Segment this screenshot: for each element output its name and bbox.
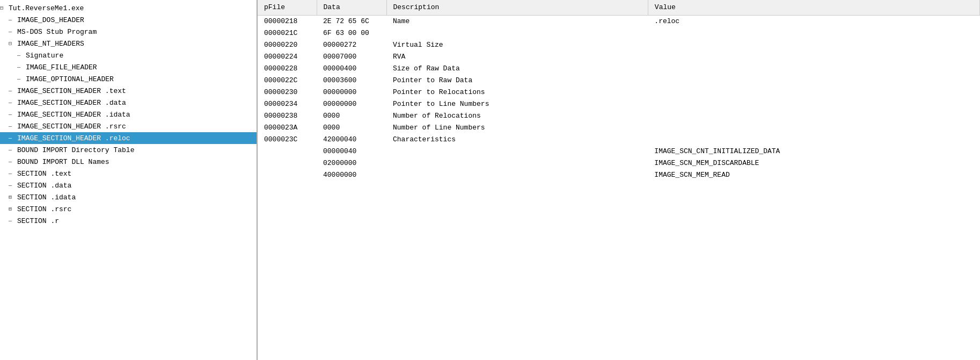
tree-expander: — bbox=[9, 100, 17, 106]
table-row[interactable]: 0000021C6F 63 00 00 bbox=[258, 27, 980, 39]
tree-item-section-text2[interactable]: —SECTION .text bbox=[0, 168, 257, 179]
tree-expander[interactable]: ⊟ bbox=[0, 5, 9, 11]
cell-pfile: 00000238 bbox=[258, 110, 317, 121]
tree-item-signature[interactable]: —Signature bbox=[0, 49, 257, 61]
tree-item-section-idata2[interactable]: ⊞SECTION .idata bbox=[0, 191, 257, 203]
table-row[interactable]: 0000023A0000Number of Line Numbers bbox=[258, 121, 980, 133]
cell-data: 00000040 bbox=[317, 145, 386, 157]
cell-pfile: 0000023C bbox=[258, 133, 317, 145]
tree-item-optional-header[interactable]: —IMAGE_OPTIONAL_HEADER bbox=[0, 73, 257, 85]
tree-item-section-rsrc2[interactable]: ⊞SECTION .rsrc bbox=[0, 203, 257, 215]
tree-item-bound-import-dir[interactable]: —BOUND IMPORT Directory Table bbox=[0, 144, 257, 156]
cell-data: 0000 bbox=[317, 121, 386, 133]
table-header-value: Value bbox=[648, 0, 979, 15]
table-row[interactable]: 0000022000000272Virtual Size bbox=[258, 39, 980, 51]
cell-description: Size of Raw Data bbox=[386, 62, 648, 74]
cell-value bbox=[648, 51, 979, 62]
cell-pfile: 00000234 bbox=[258, 98, 317, 110]
cell-value bbox=[648, 98, 979, 110]
tree-expander: — bbox=[9, 29, 17, 35]
cell-pfile: 00000224 bbox=[258, 51, 317, 62]
tree-item-dos-header[interactable]: —IMAGE_DOS_HEADER bbox=[0, 14, 257, 26]
table-row[interactable]: 0000023400000000Pointer to Line Numbers bbox=[258, 98, 980, 110]
tree-expander: — bbox=[9, 135, 17, 141]
cell-pfile bbox=[258, 145, 317, 157]
cell-pfile: 00000220 bbox=[258, 39, 317, 51]
tree-expander: — bbox=[9, 159, 17, 165]
cell-data: 00000000 bbox=[317, 86, 386, 98]
tree-item-label: MS-DOS Stub Program bbox=[17, 28, 254, 36]
tree-item-label: SECTION .idata bbox=[17, 193, 254, 201]
tree-item-msdos-stub[interactable]: —MS-DOS Stub Program bbox=[0, 26, 257, 38]
tree-item-section-idata[interactable]: —IMAGE_SECTION_HEADER .idata bbox=[0, 109, 257, 120]
cell-data: 6F 63 00 00 bbox=[317, 27, 386, 39]
tree-item-root[interactable]: ⊟Tut.ReverseMe1.exe bbox=[0, 2, 257, 14]
table-header-data: Data bbox=[317, 0, 386, 15]
cell-value bbox=[648, 39, 979, 51]
tree-expander: — bbox=[9, 88, 17, 94]
tree-item-label: BOUND IMPORT Directory Table bbox=[17, 146, 254, 154]
tree-expander: — bbox=[9, 124, 17, 129]
cell-value bbox=[648, 133, 979, 145]
cell-value: .reloc bbox=[648, 15, 979, 27]
table-row[interactable]: 000002380000Number of Relocations bbox=[258, 110, 980, 121]
tree-item-file-header[interactable]: —IMAGE_FILE_HEADER bbox=[0, 61, 257, 73]
cell-pfile: 0000021C bbox=[258, 27, 317, 39]
cell-pfile bbox=[258, 169, 317, 181]
tree-item-bound-import-dll[interactable]: —BOUND IMPORT DLL Names bbox=[0, 156, 257, 168]
cell-pfile: 0000022C bbox=[258, 74, 317, 86]
table-header-pfile: pFile bbox=[258, 0, 317, 15]
cell-description: Characteristics bbox=[386, 133, 648, 145]
tree-item-section-reloc2[interactable]: —SECTION .r bbox=[0, 215, 257, 227]
tree-expander[interactable]: ⊞ bbox=[9, 206, 17, 212]
table-row[interactable]: 0000022800000400Size of Raw Data bbox=[258, 62, 980, 74]
cell-pfile: 0000023A bbox=[258, 121, 317, 133]
tree-item-label: IMAGE_NT_HEADERS bbox=[17, 40, 254, 48]
tree-item-label: Tut.ReverseMe1.exe bbox=[9, 4, 254, 12]
cell-data: 42000040 bbox=[317, 133, 386, 145]
tree-item-section-text[interactable]: —IMAGE_SECTION_HEADER .text bbox=[0, 85, 257, 97]
tree-item-section-data[interactable]: —IMAGE_SECTION_HEADER .data bbox=[0, 97, 257, 109]
tree-expander: — bbox=[9, 218, 17, 224]
tree-expander[interactable]: ⊟ bbox=[9, 40, 17, 47]
cell-data: 02000000 bbox=[317, 157, 386, 169]
tree-item-label: IMAGE_SECTION_HEADER .idata bbox=[17, 111, 254, 119]
cell-value: IMAGE_SCN_MEM_DISCARDABLE bbox=[648, 157, 979, 169]
tree-item-section-reloc[interactable]: —IMAGE_SECTION_HEADER .reloc bbox=[0, 132, 257, 144]
tree-expander: — bbox=[9, 112, 17, 118]
cell-value: IMAGE_SCN_CNT_INITIALIZED_DATA bbox=[648, 145, 979, 157]
table-row[interactable]: 00000040IMAGE_SCN_CNT_INITIALIZED_DATA bbox=[258, 145, 980, 157]
cell-data: 00007000 bbox=[317, 51, 386, 62]
table-row[interactable]: 40000000IMAGE_SCN_MEM_READ bbox=[258, 169, 980, 181]
cell-data: 2E 72 65 6C bbox=[317, 15, 386, 27]
cell-description: Virtual Size bbox=[386, 39, 648, 51]
cell-data: 00000000 bbox=[317, 98, 386, 110]
cell-pfile: 00000218 bbox=[258, 15, 317, 27]
tree-item-label: IMAGE_SECTION_HEADER .data bbox=[17, 99, 254, 107]
tree-item-section-data2[interactable]: —SECTION .data bbox=[0, 179, 257, 191]
tree-item-label: Signature bbox=[26, 52, 254, 60]
cell-description: Pointer to Relocations bbox=[386, 86, 648, 98]
cell-value bbox=[648, 62, 979, 74]
table-row[interactable]: 0000023000000000Pointer to Relocations bbox=[258, 86, 980, 98]
tree-item-label: IMAGE_DOS_HEADER bbox=[17, 16, 254, 24]
tree-item-section-rsrc[interactable]: —IMAGE_SECTION_HEADER .rsrc bbox=[0, 120, 257, 132]
tree-expander: — bbox=[17, 53, 26, 59]
cell-data: 00000400 bbox=[317, 62, 386, 74]
table-row[interactable]: 000002182E 72 65 6CName.reloc bbox=[258, 15, 980, 27]
data-table: pFileDataDescriptionValue 000002182E 72 … bbox=[258, 0, 980, 181]
tree-expander[interactable]: ⊞ bbox=[9, 194, 17, 200]
table-row[interactable]: 0000022400007000RVA bbox=[258, 51, 980, 62]
table-row[interactable]: 0000023C42000040Characteristics bbox=[258, 133, 980, 145]
cell-description: Pointer to Line Numbers bbox=[386, 98, 648, 110]
table-body: 000002182E 72 65 6CName.reloc0000021C6F … bbox=[258, 15, 980, 181]
cell-description bbox=[386, 169, 648, 181]
data-panel: pFileDataDescriptionValue 000002182E 72 … bbox=[258, 0, 980, 360]
tree-item-nt-headers[interactable]: ⊟IMAGE_NT_HEADERS bbox=[0, 38, 257, 49]
table-header-row: pFileDataDescriptionValue bbox=[258, 0, 980, 15]
cell-data: 40000000 bbox=[317, 169, 386, 181]
tree-expander: — bbox=[17, 76, 26, 82]
cell-data: 00000272 bbox=[317, 39, 386, 51]
table-row[interactable]: 0000022C00003600Pointer to Raw Data bbox=[258, 74, 980, 86]
table-row[interactable]: 02000000IMAGE_SCN_MEM_DISCARDABLE bbox=[258, 157, 980, 169]
